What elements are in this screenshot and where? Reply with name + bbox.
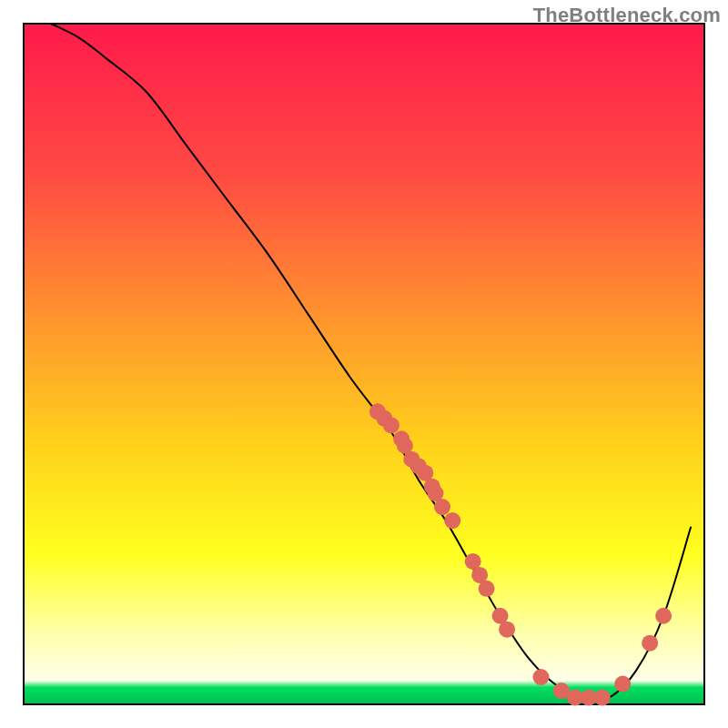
data-point <box>383 417 399 433</box>
data-point <box>655 608 672 624</box>
data-point <box>444 512 460 529</box>
plot-background <box>24 24 704 704</box>
bottleneck-chart <box>0 0 728 728</box>
data-point <box>499 622 515 638</box>
data-point <box>479 581 495 597</box>
data-point <box>642 635 658 652</box>
data-point <box>594 690 611 706</box>
data-point <box>614 676 631 693</box>
chart-frame: TheBottleneck.com <box>0 0 728 728</box>
data-point <box>532 669 549 685</box>
data-point <box>434 499 450 515</box>
